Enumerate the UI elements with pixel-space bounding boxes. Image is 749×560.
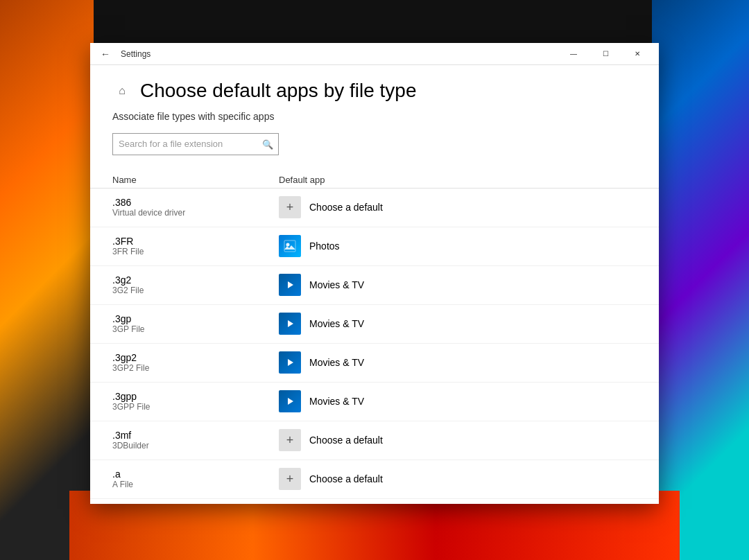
file-extension: .386 (112, 197, 279, 208)
table-row: .a A File + Choose a default (90, 460, 659, 499)
app-name: Choose a default (309, 202, 383, 213)
bg-right-decoration (652, 0, 749, 560)
app-name: Choose a default (309, 435, 383, 446)
svg-marker-5 (288, 398, 293, 405)
app-selector[interactable]: + Choose a default (279, 196, 383, 218)
app-name: Movies & TV (309, 357, 364, 368)
app-selector[interactable]: Movies & TV (279, 390, 364, 412)
file-description: 3FR File (112, 247, 279, 256)
row-name-col: .3g2 3G2 File (112, 274, 279, 295)
row-name-col: .a A File (112, 469, 279, 489)
table-row: .3gp2 3GP2 File Movies & TV (90, 344, 659, 383)
file-extension: .a (112, 469, 279, 480)
plus-icon: + (279, 468, 301, 490)
plus-icon: + (279, 196, 301, 218)
app-name: Movies & TV (309, 318, 364, 329)
file-extension: .3gpp (112, 391, 279, 402)
minimize-button[interactable]: — (558, 43, 589, 65)
svg-marker-2 (288, 281, 293, 288)
photos-icon (279, 235, 301, 257)
file-type-list[interactable]: Name Default app .386 Virtual device dri… (90, 172, 659, 504)
app-selector[interactable]: Photos (279, 235, 340, 257)
file-description: 3GP File (112, 324, 279, 334)
table-row: .3gp 3GP File Movies & TV (90, 305, 659, 344)
file-description: 3DBuilder (112, 441, 279, 450)
table-row: .3g2 3G2 File Movies & TV (90, 266, 659, 305)
movies-icon (279, 351, 301, 374)
row-name-col: .3gp2 3GP2 File (112, 352, 279, 373)
settings-window: ← Settings — ☐ ✕ ⌂ Choose default apps b… (90, 43, 659, 504)
movies-icon (279, 390, 301, 412)
search-input[interactable] (112, 133, 279, 155)
app-name: Choose a default (309, 473, 383, 484)
content-area: ⌂ Choose default apps by file type Assoc… (90, 65, 659, 504)
column-headers: Name Default app (90, 172, 659, 189)
home-icon: ⌂ (112, 81, 132, 100)
page-title: Choose default apps by file type (140, 79, 416, 103)
file-extension: .3gp (112, 313, 279, 324)
svg-point-0 (286, 243, 290, 247)
file-extension: .3FR (112, 236, 279, 247)
table-row: .3mf 3DBuilder + Choose a default (90, 421, 659, 460)
app-selector[interactable]: Movies & TV (279, 274, 364, 296)
search-container: 🔍 (112, 133, 279, 155)
file-description: A File (112, 480, 279, 489)
file-extension: .3mf (112, 430, 279, 441)
col-name-header: Name (112, 175, 279, 185)
row-name-col: .3mf 3DBuilder (112, 430, 279, 450)
window-controls: — ☐ ✕ (558, 43, 653, 65)
svg-rect-1 (284, 240, 295, 252)
svg-marker-4 (288, 359, 293, 366)
app-name: Movies & TV (309, 396, 364, 407)
svg-marker-3 (288, 320, 293, 327)
app-selector[interactable]: + Choose a default (279, 468, 383, 490)
close-button[interactable]: ✕ (621, 43, 653, 65)
row-name-col: .3FR 3FR File (112, 236, 279, 256)
file-extension: .3gp2 (112, 352, 279, 363)
page-header: ⌂ Choose default apps by file type Assoc… (90, 65, 659, 172)
bg-left-decoration (0, 0, 94, 560)
col-app-header: Default app (279, 175, 325, 185)
app-name: Movies & TV (309, 279, 364, 290)
titlebar: ← Settings — ☐ ✕ (90, 43, 659, 65)
app-selector[interactable]: Movies & TV (279, 351, 364, 374)
app-selector[interactable]: + Choose a default (279, 429, 383, 451)
app-name: Photos (309, 240, 340, 252)
movies-icon (279, 274, 301, 296)
table-row: .3gpp 3GPP File Movies & TV (90, 383, 659, 421)
movies-icon (279, 313, 301, 335)
header-nav: ⌂ Choose default apps by file type (112, 79, 637, 103)
row-name-col: .3gpp 3GPP File (112, 391, 279, 412)
file-description: 3G2 File (112, 286, 279, 295)
file-description: Virtual device driver (112, 208, 279, 218)
table-row: .386 Virtual device driver + Choose a de… (90, 189, 659, 227)
file-description: 3GPP File (112, 402, 279, 412)
row-name-col: .3gp 3GP File (112, 313, 279, 334)
table-row: .3FR 3FR File Photos (90, 227, 659, 266)
file-description: 3GP2 File (112, 363, 279, 373)
back-button[interactable]: ← (96, 44, 115, 64)
window-title: Settings (121, 49, 558, 59)
subtitle-text: Associate file types with specific apps (112, 111, 637, 122)
maximize-button[interactable]: ☐ (589, 43, 621, 65)
rows-container: .386 Virtual device driver + Choose a de… (90, 189, 659, 499)
file-extension: .3g2 (112, 274, 279, 286)
row-name-col: .386 Virtual device driver (112, 197, 279, 218)
app-selector[interactable]: Movies & TV (279, 313, 364, 335)
plus-icon: + (279, 429, 301, 451)
